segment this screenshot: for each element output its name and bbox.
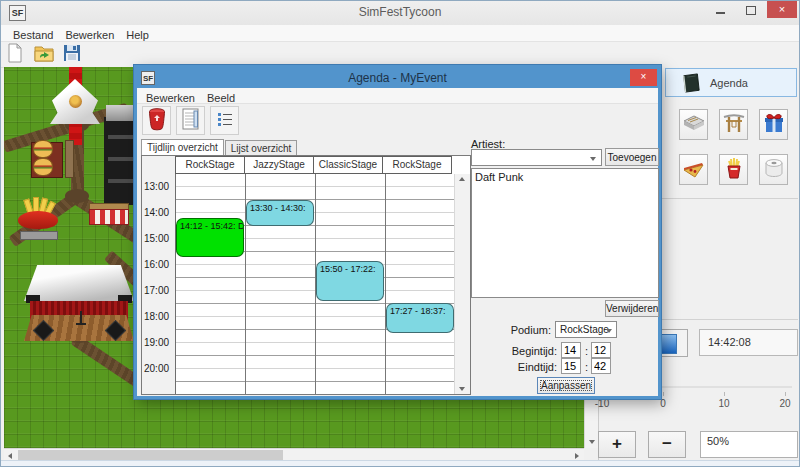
fries-icon (722, 156, 746, 184)
schedule-event[interactable]: 14:12 - 15:42: Daft Punk (176, 218, 244, 257)
podium-combobox[interactable]: RockStage (555, 321, 617, 338)
add-artist-button[interactable]: Toevoegen (605, 148, 659, 166)
burger-icon (33, 158, 53, 176)
artist-list[interactable]: Daft Punk (471, 168, 659, 298)
maximize-icon (746, 6, 756, 15)
scrollbar-thumb[interactable] (18, 450, 283, 460)
artist-combobox[interactable] (471, 149, 602, 166)
toilet-paper-icon (762, 156, 786, 184)
end-time-label: Eindtijd: (505, 361, 557, 373)
gift-icon (762, 111, 786, 139)
titlebar[interactable]: SF SimFestTycoon × (1, 1, 799, 26)
menu-bewerken[interactable]: Bewerken (59, 27, 120, 43)
slider-tick (724, 392, 725, 396)
end-hour-input[interactable] (561, 358, 581, 374)
scroll-down-button[interactable] (585, 436, 598, 447)
slider-tick (785, 392, 786, 396)
map-horizontal-scrollbar[interactable] (4, 448, 584, 460)
hour-label: 17:00 (144, 285, 174, 296)
hour-label: 19:00 (144, 337, 174, 348)
time-colon: : (585, 361, 588, 373)
slider-tick-label: 10 (709, 398, 739, 409)
start-hour-input[interactable] (561, 342, 581, 358)
path-junction (65, 189, 89, 203)
dialog-close-button[interactable]: × (630, 69, 657, 86)
schedule-grid: RockStageJazzyStageClassicStageRockStage… (141, 155, 471, 395)
build-gift-button[interactable] (759, 109, 788, 140)
popcorn-stand[interactable] (89, 203, 127, 228)
stage-scaffold (106, 105, 136, 121)
schedule-event[interactable]: 13:30 - 14:30: (246, 200, 314, 226)
list-view-button[interactable] (210, 106, 239, 135)
stage-column-header: RockStage (382, 156, 452, 174)
trash-icon (146, 107, 168, 135)
app-window: SF SimFestTycoon × BestandBewerkenHelp (0, 0, 800, 467)
build-stage-button[interactable] (679, 109, 708, 140)
stage-icon (682, 111, 706, 139)
dialog-menubar: BewerkenBeeld (137, 88, 658, 104)
main-menubar: BestandBewerkenHelp (1, 25, 799, 42)
window-title: SimFestTycoon (1, 5, 799, 19)
tent[interactable] (50, 79, 100, 124)
stage-column-header: RockStage (175, 156, 245, 174)
statusbar (1, 460, 799, 467)
open-button[interactable] (34, 43, 58, 65)
torii-gate-icon (722, 111, 746, 139)
slider-tick-label: 0 (648, 398, 678, 409)
save-icon (62, 49, 82, 66)
agenda-dialog: SF Agenda - MyEvent × BewerkenBeeld Tijd… (134, 65, 661, 399)
podium-combobox-value: RockStage (560, 324, 609, 335)
start-time-label: Begintijd: (505, 345, 557, 357)
schedule-body[interactable] (175, 174, 455, 394)
build-pizza-button[interactable] (679, 154, 708, 185)
build-gate-button[interactable] (719, 109, 748, 140)
tent-sign-icon (69, 95, 82, 108)
bullet-list-icon (214, 108, 236, 134)
slider-tick-label: -10 (587, 398, 617, 409)
time-colon: : (585, 345, 588, 357)
maximize-button[interactable] (736, 1, 765, 18)
black-stage[interactable] (104, 117, 138, 205)
menu-help[interactable]: Help (120, 27, 155, 43)
hour-label: 16:00 (144, 259, 174, 270)
zoom-in-button[interactable]: + (598, 431, 636, 458)
agenda-doc-icon (180, 107, 202, 135)
stage-columns-header: RockStageJazzyStageClassicStageRockStage (175, 156, 452, 174)
schedule-scrollbar[interactable] (454, 174, 470, 394)
artist-list-item[interactable]: Daft Punk (472, 169, 658, 185)
timeline-view-button[interactable] (176, 106, 205, 135)
close-button[interactable]: × (767, 1, 797, 18)
dialog-menu-beeld[interactable]: Beeld (201, 91, 241, 105)
burger-icon (33, 140, 53, 158)
schedule-event[interactable]: 15:50 - 17:22: (316, 261, 384, 301)
start-minute-input[interactable] (591, 342, 611, 358)
burger-stand[interactable] (31, 138, 77, 178)
view-tabs: Tijdlijn overzichtLijst overzicht (141, 139, 298, 156)
agenda-button-label: Agenda (710, 77, 748, 89)
build-toilet-button[interactable] (759, 154, 788, 185)
pizza-icon (682, 156, 706, 184)
end-minute-input[interactable] (591, 358, 611, 374)
minimize-icon (716, 12, 725, 14)
chevron-down-icon (590, 157, 596, 161)
minimize-button[interactable] (706, 1, 735, 18)
delete-event-button[interactable] (142, 106, 171, 135)
apply-button[interactable]: Aanpassen (537, 377, 595, 394)
build-fries-button[interactable] (719, 154, 748, 185)
slider-tick-label: 20 (770, 398, 800, 409)
agenda-button[interactable]: Agenda (665, 68, 797, 97)
new-file-button[interactable] (5, 43, 29, 65)
dialog-menu-bewerken[interactable]: Bewerken (140, 91, 201, 105)
zoom-out-button[interactable]: − (648, 431, 686, 458)
hour-label: 18:00 (144, 311, 174, 322)
remove-artist-button[interactable]: Verwijderen (605, 300, 659, 317)
schedule-event[interactable]: 17:27 - 18:37: (386, 303, 454, 333)
dialog-toolbar (137, 104, 658, 138)
main-stage[interactable] (24, 265, 134, 353)
fries-stand[interactable] (16, 197, 60, 243)
dialog-titlebar[interactable]: SF Agenda - MyEvent × (137, 68, 658, 88)
agenda-book-icon (680, 73, 702, 95)
save-button[interactable] (62, 43, 86, 65)
dialog-title: Agenda - MyEvent (137, 71, 658, 85)
menu-bestand[interactable]: Bestand (7, 27, 59, 43)
